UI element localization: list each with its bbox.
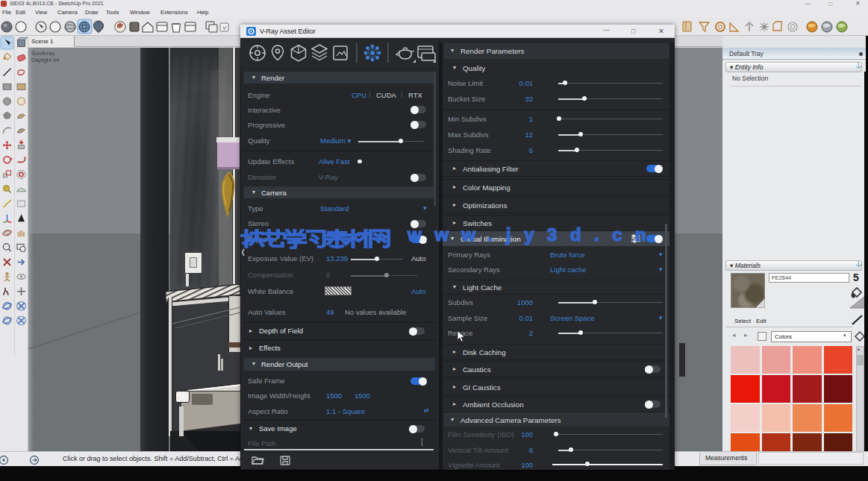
svg-text:V: V [222,25,226,31]
